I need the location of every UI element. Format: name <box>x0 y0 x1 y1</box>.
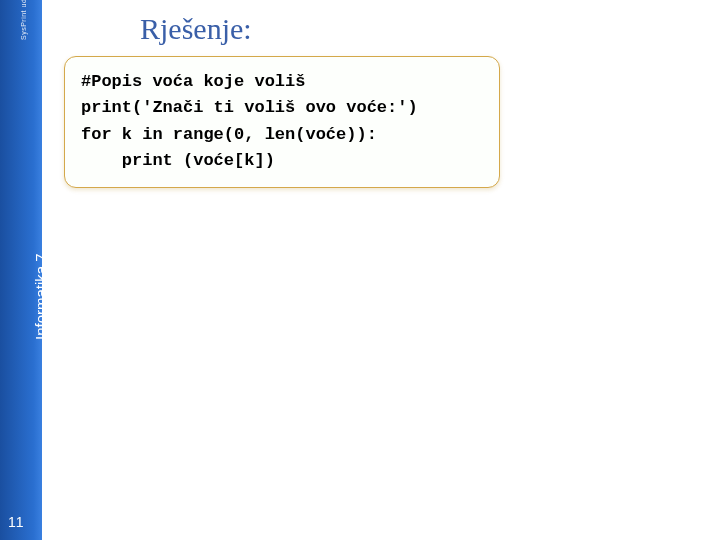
publisher-label: SysPrint udžbenik+ <box>20 0 27 40</box>
code-line-1: #Popis voća koje voliš <box>81 69 483 95</box>
code-line-4: print (voće[k]) <box>81 148 483 174</box>
code-line-3: for k in range(0, len(voće)): <box>81 122 483 148</box>
code-line-2: print('Znači ti voliš ovo voće:') <box>81 95 483 121</box>
page-number: 11 <box>8 514 24 530</box>
sidebar: SysPrint udžbenik+ Informatika 7 11 <box>0 0 42 540</box>
page-title: Rješenje: <box>140 12 252 46</box>
code-block: #Popis voća koje voliš print('Znači ti v… <box>64 56 500 188</box>
subject-label: Informatika 7 <box>32 253 49 340</box>
